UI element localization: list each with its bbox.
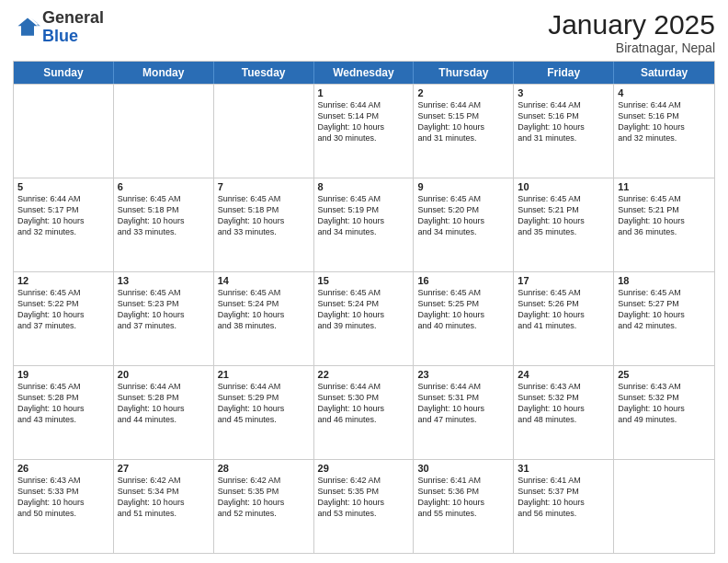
day-info: Sunrise: 6:44 AM Sunset: 5:16 PM Dayligh… — [618, 99, 711, 144]
calendar-cell: 11Sunrise: 6:45 AM Sunset: 5:21 PM Dayli… — [614, 178, 714, 271]
day-number: 8 — [318, 181, 410, 192]
calendar-cell: 5Sunrise: 6:44 AM Sunset: 5:17 PM Daylig… — [14, 178, 114, 271]
calendar-cell: 24Sunrise: 6:43 AM Sunset: 5:32 PM Dayli… — [514, 366, 614, 459]
day-number: 21 — [218, 369, 310, 380]
logo-icon — [15, 15, 40, 40]
day-number: 23 — [417, 369, 509, 380]
day-number: 27 — [118, 463, 210, 474]
calendar-header-cell: Tuesday — [214, 62, 314, 84]
calendar-cell: 17Sunrise: 6:45 AM Sunset: 5:26 PM Dayli… — [514, 272, 614, 365]
logo: General Blue — [13, 9, 104, 46]
calendar-header-cell: Sunday — [14, 62, 114, 84]
calendar-cell: 8Sunrise: 6:45 AM Sunset: 5:19 PM Daylig… — [314, 178, 415, 271]
day-number: 16 — [417, 275, 509, 286]
day-info: Sunrise: 6:42 AM Sunset: 5:35 PM Dayligh… — [218, 475, 310, 520]
day-number: 12 — [17, 275, 109, 286]
day-number: 17 — [518, 275, 609, 286]
day-info: Sunrise: 6:42 AM Sunset: 5:34 PM Dayligh… — [118, 475, 210, 520]
day-info: Sunrise: 6:44 AM Sunset: 5:15 PM Dayligh… — [417, 99, 509, 144]
day-number: 24 — [518, 369, 609, 380]
day-number: 2 — [417, 87, 509, 98]
day-info: Sunrise: 6:45 AM Sunset: 5:23 PM Dayligh… — [118, 287, 210, 332]
calendar-header-cell: Monday — [114, 62, 214, 84]
calendar-cell: 20Sunrise: 6:44 AM Sunset: 5:28 PM Dayli… — [114, 366, 214, 459]
day-info: Sunrise: 6:42 AM Sunset: 5:35 PM Dayligh… — [318, 475, 410, 520]
calendar-cell: 18Sunrise: 6:45 AM Sunset: 5:27 PM Dayli… — [614, 272, 714, 365]
day-number: 7 — [218, 181, 310, 192]
month-year: January 2025 — [548, 9, 715, 40]
page: General Blue January 2025 Biratnagar, Ne… — [0, 0, 728, 563]
day-info: Sunrise: 6:45 AM Sunset: 5:26 PM Dayligh… — [518, 287, 609, 332]
day-info: Sunrise: 6:45 AM Sunset: 5:18 PM Dayligh… — [218, 193, 310, 238]
calendar-cell: 23Sunrise: 6:44 AM Sunset: 5:31 PM Dayli… — [414, 366, 514, 459]
day-info: Sunrise: 6:45 AM Sunset: 5:21 PM Dayligh… — [518, 193, 609, 238]
day-info: Sunrise: 6:45 AM Sunset: 5:22 PM Dayligh… — [17, 287, 109, 332]
calendar-cell: 19Sunrise: 6:45 AM Sunset: 5:28 PM Dayli… — [14, 366, 114, 459]
calendar-header-cell: Thursday — [414, 62, 514, 84]
day-info: Sunrise: 6:45 AM Sunset: 5:27 PM Dayligh… — [618, 287, 711, 332]
day-info: Sunrise: 6:44 AM Sunset: 5:28 PM Dayligh… — [118, 381, 210, 426]
day-info: Sunrise: 6:41 AM Sunset: 5:36 PM Dayligh… — [417, 475, 509, 520]
day-number: 30 — [417, 463, 509, 474]
calendar-row: 5Sunrise: 6:44 AM Sunset: 5:17 PM Daylig… — [14, 178, 714, 271]
calendar-cell: 21Sunrise: 6:44 AM Sunset: 5:29 PM Dayli… — [214, 366, 314, 459]
calendar-cell: 30Sunrise: 6:41 AM Sunset: 5:36 PM Dayli… — [414, 460, 514, 553]
day-info: Sunrise: 6:41 AM Sunset: 5:37 PM Dayligh… — [518, 475, 609, 520]
day-info: Sunrise: 6:45 AM Sunset: 5:18 PM Dayligh… — [118, 193, 210, 238]
calendar-cell: 25Sunrise: 6:43 AM Sunset: 5:32 PM Dayli… — [614, 366, 714, 459]
calendar-cell — [214, 85, 314, 178]
calendar-cell: 28Sunrise: 6:42 AM Sunset: 5:35 PM Dayli… — [214, 460, 314, 553]
calendar-cell: 29Sunrise: 6:42 AM Sunset: 5:35 PM Dayli… — [314, 460, 415, 553]
calendar-cell — [14, 85, 114, 178]
day-number: 15 — [318, 275, 410, 286]
location: Biratnagar, Nepal — [548, 40, 715, 55]
day-number: 28 — [218, 463, 310, 474]
day-info: Sunrise: 6:44 AM Sunset: 5:29 PM Dayligh… — [218, 381, 310, 426]
calendar-cell: 9Sunrise: 6:45 AM Sunset: 5:20 PM Daylig… — [414, 178, 514, 271]
day-number: 9 — [417, 181, 509, 192]
day-info: Sunrise: 6:45 AM Sunset: 5:28 PM Dayligh… — [17, 381, 109, 426]
day-number: 4 — [618, 87, 711, 98]
day-number: 1 — [318, 87, 410, 98]
day-number: 20 — [118, 369, 210, 380]
calendar-cell — [114, 85, 214, 178]
calendar-cell: 12Sunrise: 6:45 AM Sunset: 5:22 PM Dayli… — [14, 272, 114, 365]
day-info: Sunrise: 6:44 AM Sunset: 5:16 PM Dayligh… — [518, 99, 609, 144]
calendar-cell: 4Sunrise: 6:44 AM Sunset: 5:16 PM Daylig… — [614, 85, 714, 178]
day-number: 22 — [318, 369, 410, 380]
calendar-row: 1Sunrise: 6:44 AM Sunset: 5:14 PM Daylig… — [14, 84, 714, 178]
calendar-header-cell: Saturday — [614, 62, 714, 84]
calendar-cell: 16Sunrise: 6:45 AM Sunset: 5:25 PM Dayli… — [414, 272, 514, 365]
calendar-row: 26Sunrise: 6:43 AM Sunset: 5:33 PM Dayli… — [14, 459, 714, 553]
day-number: 31 — [518, 463, 609, 474]
header: General Blue January 2025 Biratnagar, Ne… — [13, 9, 715, 55]
calendar-cell: 15Sunrise: 6:45 AM Sunset: 5:24 PM Dayli… — [314, 272, 415, 365]
calendar-cell: 13Sunrise: 6:45 AM Sunset: 5:23 PM Dayli… — [114, 272, 214, 365]
calendar-cell: 31Sunrise: 6:41 AM Sunset: 5:37 PM Dayli… — [514, 460, 614, 553]
day-info: Sunrise: 6:45 AM Sunset: 5:25 PM Dayligh… — [417, 287, 509, 332]
day-info: Sunrise: 6:43 AM Sunset: 5:32 PM Dayligh… — [518, 381, 609, 426]
calendar-cell: 27Sunrise: 6:42 AM Sunset: 5:34 PM Dayli… — [114, 460, 214, 553]
calendar-body: 1Sunrise: 6:44 AM Sunset: 5:14 PM Daylig… — [14, 84, 714, 553]
calendar-header-row: SundayMondayTuesdayWednesdayThursdayFrid… — [14, 62, 714, 84]
day-info: Sunrise: 6:43 AM Sunset: 5:32 PM Dayligh… — [618, 381, 711, 426]
day-info: Sunrise: 6:43 AM Sunset: 5:33 PM Dayligh… — [17, 475, 109, 520]
day-info: Sunrise: 6:44 AM Sunset: 5:30 PM Dayligh… — [318, 381, 410, 426]
calendar-cell: 14Sunrise: 6:45 AM Sunset: 5:24 PM Dayli… — [214, 272, 314, 365]
calendar-row: 19Sunrise: 6:45 AM Sunset: 5:28 PM Dayli… — [14, 365, 714, 459]
day-info: Sunrise: 6:44 AM Sunset: 5:17 PM Dayligh… — [17, 193, 109, 238]
day-info: Sunrise: 6:44 AM Sunset: 5:31 PM Dayligh… — [417, 381, 509, 426]
logo-text: General Blue — [42, 9, 104, 46]
day-number: 25 — [618, 369, 711, 380]
day-info: Sunrise: 6:45 AM Sunset: 5:24 PM Dayligh… — [318, 287, 410, 332]
calendar-cell: 3Sunrise: 6:44 AM Sunset: 5:16 PM Daylig… — [514, 85, 614, 178]
day-number: 10 — [518, 181, 609, 192]
day-number: 29 — [318, 463, 410, 474]
calendar-cell: 7Sunrise: 6:45 AM Sunset: 5:18 PM Daylig… — [214, 178, 314, 271]
day-info: Sunrise: 6:45 AM Sunset: 5:21 PM Dayligh… — [618, 193, 711, 238]
day-number: 6 — [118, 181, 210, 192]
calendar-cell: 22Sunrise: 6:44 AM Sunset: 5:30 PM Dayli… — [314, 366, 415, 459]
calendar: SundayMondayTuesdayWednesdayThursdayFrid… — [13, 61, 715, 554]
day-number: 19 — [17, 369, 109, 380]
day-number: 14 — [218, 275, 310, 286]
